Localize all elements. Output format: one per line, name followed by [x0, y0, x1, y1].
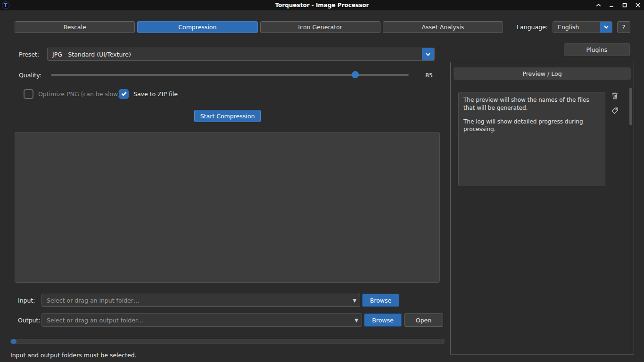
close-icon[interactable] — [634, 1, 642, 9]
language-value: English — [553, 22, 600, 33]
quality-value: 85 — [415, 72, 433, 79]
progress-bar — [10, 339, 445, 344]
output-folder-combobox[interactable]: ▼ — [41, 313, 362, 327]
tab-asset-analysis[interactable]: Asset Analysis — [383, 21, 503, 33]
input-browse-button[interactable]: Browse — [362, 294, 399, 307]
file-list-panel[interactable] — [15, 132, 440, 283]
language-area: Language: English ? — [517, 21, 630, 33]
input-folder-field[interactable] — [42, 297, 349, 304]
save-zip-checkbox[interactable] — [119, 89, 129, 99]
preview-log-header[interactable]: Preview / Log — [454, 67, 631, 80]
window-title: Torquestor - Image Processor — [0, 0, 644, 10]
tag-icon[interactable] — [611, 107, 619, 115]
preview-log-panel: Preview / Log The preview will show the … — [450, 62, 634, 355]
scrollbar-thumb[interactable] — [629, 88, 632, 125]
plugins-button[interactable]: Plugins — [564, 43, 630, 56]
start-compression-button[interactable]: Start Compression — [194, 110, 261, 122]
help-button[interactable]: ? — [617, 21, 630, 33]
minimize-icon[interactable] — [607, 1, 616, 9]
log-output[interactable]: The preview will show the names of the f… — [458, 92, 605, 186]
tab-rescale[interactable]: Rescale — [15, 21, 135, 33]
panel-scrollbar[interactable] — [629, 88, 632, 353]
tab-bar: Rescale Compression Icon Generator Asset… — [15, 21, 503, 33]
tab-compression[interactable]: Compression — [137, 21, 257, 33]
dropdown-arrow-icon[interactable]: ▼ — [349, 298, 360, 303]
log-toolbar — [611, 92, 619, 115]
maximize-icon[interactable] — [620, 1, 629, 9]
save-zip-label: Save to ZIP file — [133, 90, 178, 98]
preset-value: JPG - Standard (UI/Texture) — [48, 51, 422, 58]
output-open-button[interactable]: Open — [404, 313, 443, 327]
preset-label: Preset: — [19, 51, 39, 58]
output-browse-button[interactable]: Browse — [364, 313, 402, 327]
chevron-down-icon[interactable] — [600, 22, 612, 33]
check-icon — [121, 91, 127, 96]
optimize-png-checkbox[interactable] — [24, 89, 33, 99]
quality-slider[interactable] — [51, 70, 409, 80]
language-select[interactable]: English — [553, 21, 612, 33]
log-line: The log will show detailed progress duri… — [463, 118, 600, 134]
preset-select[interactable]: JPG - Standard (UI/Texture) — [47, 48, 435, 61]
trash-icon[interactable] — [611, 92, 619, 99]
status-message: Input and output folders must be selecte… — [10, 352, 137, 359]
tab-icon-generator[interactable]: Icon Generator — [260, 21, 380, 33]
slider-handle[interactable] — [352, 71, 359, 78]
titlebar: T Torquestor - Image Processor — [0, 0, 644, 10]
dropdown-arrow-icon[interactable]: ▼ — [351, 318, 362, 323]
quality-label: Quality: — [19, 72, 41, 79]
input-folder-combobox[interactable]: ▼ — [41, 294, 360, 307]
optimize-png-label: Optimize PNG (can be slow) — [38, 90, 120, 98]
output-folder-field[interactable] — [42, 317, 351, 324]
chevron-down-icon[interactable] — [422, 48, 434, 60]
optimize-png-option[interactable]: Optimize PNG (can be slow) — [24, 89, 120, 99]
input-label: Input: — [18, 297, 35, 304]
collapse-icon[interactable] — [594, 1, 603, 9]
log-line: The preview will show the names of the f… — [463, 96, 600, 112]
output-label: Output: — [18, 317, 41, 324]
progress-fill — [11, 339, 17, 344]
window-controls — [594, 0, 642, 10]
save-zip-option[interactable]: Save to ZIP file — [119, 89, 178, 99]
language-label: Language: — [517, 24, 548, 31]
